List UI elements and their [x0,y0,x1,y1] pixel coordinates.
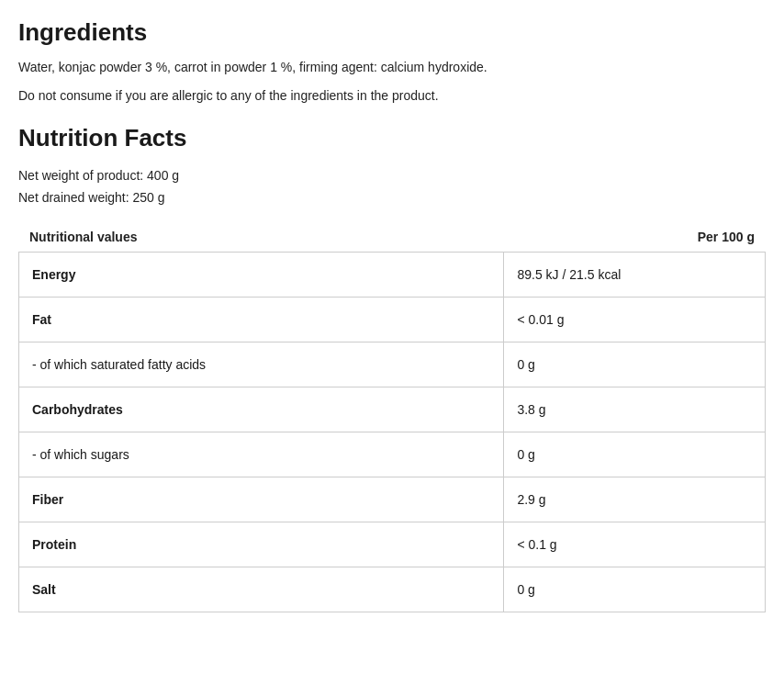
table-row: Protein< 0.1 g [19,522,766,567]
ingredients-title: Ingredients [18,18,766,47]
nutrient-label: Fiber [19,477,504,522]
nutrient-value: < 0.01 g [504,297,766,342]
nutrient-label: - of which saturated fatty acids [19,342,504,387]
table-row: Fat< 0.01 g [19,297,766,342]
nutrient-label: Salt [19,567,504,612]
nutrient-label: Protein [19,522,504,567]
nutrient-label: Fat [19,297,504,342]
table-row: Energy89.5 kJ / 21.5 kcal [19,252,766,297]
nutrient-value: 2.9 g [504,477,766,522]
allergy-note: Do not consume if you are allergic to an… [18,86,766,106]
nutrient-value: < 0.1 g [504,522,766,567]
nutrition-table: Energy89.5 kJ / 21.5 kcalFat< 0.01 g- of… [18,252,766,612]
table-row: - of which sugars0 g [19,432,766,477]
header-col1: Nutritional values [29,230,137,244]
ingredients-description: Water, konjac powder 3 %, carrot in powd… [18,58,766,77]
nutrition-table-header: Nutritional values Per 100 g [18,222,766,252]
net-drained-weight: Net drained weight: 250 g [18,187,766,209]
table-row: - of which saturated fatty acids0 g [19,342,766,387]
table-row: Carbohydrates3.8 g [19,387,766,432]
weight-info: Net weight of product: 400 g Net drained… [18,165,766,209]
nutrient-label: Energy [19,252,504,297]
table-row: Fiber2.9 g [19,477,766,522]
nutrient-value: 0 g [504,567,766,612]
net-weight: Net weight of product: 400 g [18,165,766,187]
nutrient-value: 0 g [504,432,766,477]
nutrient-label: - of which sugars [19,432,504,477]
nutrition-title: Nutrition Facts [18,124,766,152]
nutrient-value: 89.5 kJ / 21.5 kcal [504,252,766,297]
header-col2: Per 100 g [698,230,755,244]
table-row: Salt0 g [19,567,766,612]
nutrient-value: 0 g [504,342,766,387]
nutrient-label: Carbohydrates [19,387,504,432]
nutrient-value: 3.8 g [504,387,766,432]
